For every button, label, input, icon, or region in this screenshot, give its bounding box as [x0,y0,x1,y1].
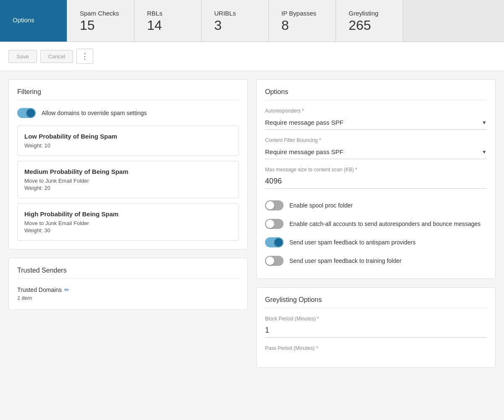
allow-override-thumb [26,109,35,117]
cancel-button[interactable]: Cancel [40,50,73,63]
filtering-card: Filtering Allow domains to override spam… [8,79,248,249]
enable-catchall-toggle[interactable] [265,219,284,229]
send-training-row: Send user spam feedback to training fold… [265,252,487,270]
enable-catchall-row: Enable catch-all accounts to send autore… [265,215,487,233]
trusted-senders-title: Trusted Senders [17,267,239,279]
options-card: Options Autoresponders * Require message… [256,79,496,279]
high-prob-action: Move to Junk Email Folder [24,220,232,226]
allow-override-label: Allow domains to override spam settings [42,110,147,116]
trusted-domains-label: Trusted Domains [17,286,62,293]
greylisting-options-card: Greylisting Options Block Period (Minute… [256,287,496,368]
enable-catchall-thumb [266,220,274,228]
more-icon: ⋮ [81,52,89,61]
enable-spool-row: Enable spool proc folder [265,196,487,215]
max-message-size-label: Max message size to content scan (KB) * [265,167,487,173]
content-filter-label: Content Filter Bouncing * [265,137,487,143]
low-prob-weight: Weight: 10 [24,142,232,149]
high-prob-card: High Probability of Being Spam Move to J… [17,203,239,241]
tab-uribls[interactable]: URIBLs 3 [202,0,269,42]
send-training-label: Send user spam feedback to training fold… [289,257,402,264]
main-content: Filtering Allow domains to override spam… [0,71,504,376]
autoresponders-group: Autoresponders * Require message pass SP… [265,108,487,130]
content-filter-group: Content Filter Bouncing * Require messag… [265,137,487,159]
send-spam-feedback-row: Send user spam feedback to antispam prov… [265,233,487,252]
tab-ip-bypasses-label: IP Bypasses [281,10,323,17]
right-column: Options Autoresponders * Require message… [256,79,496,368]
tab-options[interactable]: Options [0,0,67,42]
pass-period-group: Pass Period (Minutes) * [265,345,487,351]
tab-uribls-label: URIBLs [214,10,256,17]
max-message-size-value: 4096 [265,174,487,189]
low-prob-card: Low Probability of Being Spam Weight: 10 [17,126,239,156]
allow-override-row: Allow domains to override spam settings [17,108,239,118]
low-prob-title: Low Probability of Being Spam [24,133,232,140]
tab-options-label: Options [13,16,54,24]
tab-uribls-count: 3 [214,18,256,32]
top-navigation: Options Spam Checks 15 RBLs 14 URIBLs 3 … [0,0,504,42]
edit-trusted-domains-icon[interactable]: ✏ [64,286,69,293]
pass-period-label: Pass Period (Minutes) * [265,345,487,351]
tab-rbls-count: 14 [147,18,189,32]
autoresponders-label: Autoresponders * [265,108,487,114]
toolbar: Save Cancel ⋮ [0,42,504,71]
filtering-title: Filtering [17,88,239,100]
block-period-group: Block Period (Minutes) * 1 [265,316,487,338]
tab-spam-checks-count: 15 [80,18,121,32]
autoresponders-select-wrapper: Require message pass SPF ▼ [265,116,487,130]
send-spam-feedback-toggle[interactable] [265,237,284,247]
greylisting-options-title: Greylisting Options [265,296,487,308]
enable-spool-label: Enable spool proc folder [289,202,353,209]
enable-catchall-label: Enable catch-all accounts to send autore… [289,220,480,227]
tab-ip-bypasses-count: 8 [281,18,323,32]
send-training-toggle[interactable] [265,256,284,266]
tab-greylisting[interactable]: Greylisting 265 [336,0,403,42]
save-button[interactable]: Save [8,50,37,63]
send-spam-feedback-thumb [274,238,283,247]
high-prob-weight: Weight: 30 [24,227,232,234]
send-training-thumb [266,257,274,265]
enable-spool-toggle[interactable] [265,200,284,210]
options-title: Options [265,88,487,100]
tab-rbls[interactable]: RBLs 14 [134,0,202,42]
high-prob-title: High Probability of Being Spam [24,210,232,218]
medium-prob-action: Move to Junk Email Folder [24,178,232,184]
max-message-size-group: Max message size to content scan (KB) * … [265,167,487,189]
block-period-value: 1 [265,323,487,338]
block-period-label: Block Period (Minutes) * [265,316,487,322]
tab-greylisting-count: 265 [349,18,390,32]
trusted-domains-count: 1 item [17,295,239,301]
allow-override-toggle[interactable] [17,108,36,118]
tab-greylisting-label: Greylisting [349,10,390,17]
content-filter-select[interactable]: Require message pass SPF [265,145,487,159]
tab-spam-checks-label: Spam Checks [80,10,121,17]
more-options-button[interactable]: ⋮ [76,49,93,64]
medium-prob-card: Medium Probability of Being Spam Move to… [17,161,239,198]
content-filter-select-wrapper: Require message pass SPF ▼ [265,145,487,159]
send-spam-feedback-label: Send user spam feedback to antispam prov… [289,239,415,246]
medium-prob-weight: Weight: 20 [24,185,232,191]
tab-ip-bypasses[interactable]: IP Bypasses 8 [269,0,336,42]
tab-spam-checks[interactable]: Spam Checks 15 [67,0,134,42]
trusted-domains-row: Trusted Domains ✏ [17,286,239,293]
trusted-senders-card: Trusted Senders Trusted Domains ✏ 1 item [8,258,248,310]
enable-spool-thumb [266,201,274,210]
left-column: Filtering Allow domains to override spam… [8,79,248,368]
autoresponders-select[interactable]: Require message pass SPF [265,116,487,130]
medium-prob-title: Medium Probability of Being Spam [24,168,232,175]
tab-rbls-label: RBLs [147,10,189,17]
